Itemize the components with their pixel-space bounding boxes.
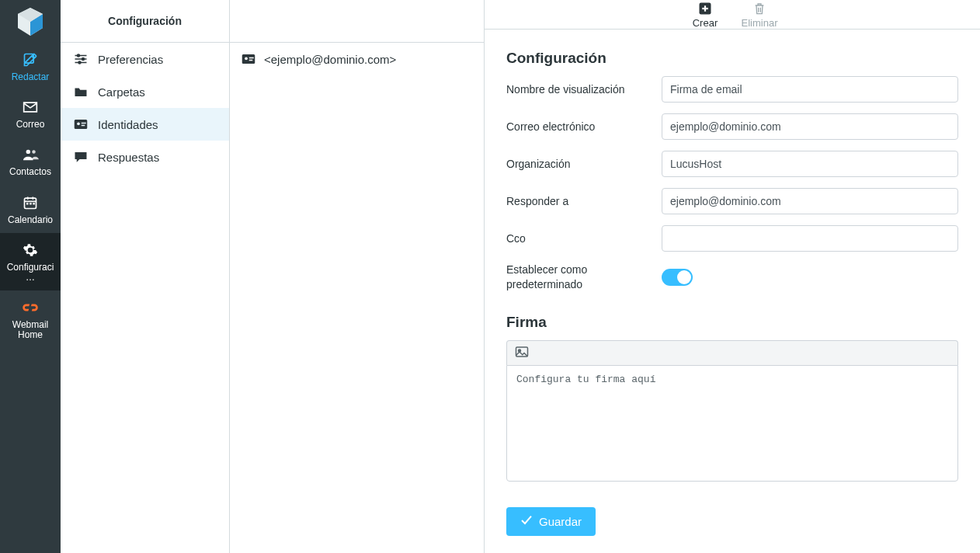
display-name-input[interactable] xyxy=(662,76,958,103)
display-name-label: Nombre de visualización xyxy=(506,82,662,97)
plus-square-icon xyxy=(698,0,712,17)
svg-rect-13 xyxy=(33,203,35,205)
nav-mail[interactable]: Correo xyxy=(0,90,61,137)
email-input[interactable] xyxy=(662,113,958,140)
section-responses-label: Respuestas xyxy=(98,151,159,164)
identity-item[interactable]: <ejemplo@dominio.com> xyxy=(230,43,484,75)
nav-calendar-label: Calendario xyxy=(8,215,53,225)
svg-point-17 xyxy=(82,58,85,61)
svg-point-25 xyxy=(245,57,248,60)
organization-input[interactable] xyxy=(662,151,958,177)
nav-contacts-label: Contactos xyxy=(9,167,51,177)
default-toggle[interactable] xyxy=(662,269,693,286)
main-sidebar: Redactar Correo Contactos xyxy=(0,0,61,553)
svg-rect-24 xyxy=(242,54,255,64)
section-preferences[interactable]: Preferencias xyxy=(61,43,229,75)
image-icon[interactable] xyxy=(515,346,529,360)
nav-compose[interactable]: Redactar xyxy=(0,43,61,90)
nav-settings-label: Configuraci… xyxy=(2,263,58,283)
identities-list: <ejemplo@dominio.com> xyxy=(230,0,485,553)
section-identities-label: Identidades xyxy=(98,118,158,131)
section-preferences-label: Preferencias xyxy=(98,53,163,66)
bcc-input[interactable] xyxy=(662,225,958,252)
reply-to-input[interactable] xyxy=(662,188,958,214)
svg-point-15 xyxy=(78,54,80,57)
save-button-label: Guardar xyxy=(539,515,582,528)
svg-point-19 xyxy=(78,61,81,64)
svg-rect-20 xyxy=(75,120,88,129)
svg-rect-12 xyxy=(30,203,32,205)
svg-rect-27 xyxy=(249,60,253,61)
reply-to-label: Responder a xyxy=(506,194,662,209)
content-toolbar: Crear Eliminar xyxy=(485,0,980,30)
nav-settings[interactable]: Configuraci… xyxy=(0,233,61,290)
svg-rect-23 xyxy=(82,125,85,127)
organization-label: Organización xyxy=(506,157,662,172)
mail-icon xyxy=(23,98,38,117)
nav-contacts[interactable]: Contactos xyxy=(0,137,61,185)
create-button[interactable]: Crear xyxy=(686,0,725,29)
section-heading-config: Configuración xyxy=(506,50,958,67)
contacts-icon xyxy=(22,145,39,164)
speech-bubble-icon xyxy=(73,151,89,163)
check-icon xyxy=(520,515,533,528)
email-label: Correo electrónico xyxy=(506,120,662,134)
compose-icon xyxy=(23,50,38,69)
trash-icon xyxy=(753,0,766,17)
section-identities[interactable]: Identidades xyxy=(61,108,229,141)
identity-form-panel: Crear Eliminar Configuración Nombre de v… xyxy=(485,0,980,553)
signature-toolbar xyxy=(506,340,958,365)
svg-rect-11 xyxy=(26,203,29,205)
toggle-knob xyxy=(677,270,691,284)
sliders-icon xyxy=(73,53,89,65)
svg-point-21 xyxy=(77,122,80,125)
nav-calendar[interactable]: Calendario xyxy=(0,186,61,233)
id-card-icon xyxy=(73,118,89,130)
nav-webmail-home[interactable]: WebmailHome xyxy=(0,290,61,348)
section-folders-label: Carpetas xyxy=(98,85,145,99)
id-card-icon xyxy=(241,54,256,64)
save-button[interactable]: Guardar xyxy=(506,507,596,536)
settings-sections: Configuración Preferencias Carpetas xyxy=(61,0,230,553)
section-folders[interactable]: Carpetas xyxy=(61,75,229,108)
svg-point-5 xyxy=(26,150,30,154)
delete-button: Eliminar xyxy=(740,0,779,29)
svg-rect-22 xyxy=(82,123,86,124)
section-responses[interactable]: Respuestas xyxy=(61,141,229,173)
delete-button-label: Eliminar xyxy=(742,17,778,29)
bcc-label: Cco xyxy=(506,231,662,246)
create-button-label: Crear xyxy=(693,17,718,29)
cpanel-icon xyxy=(22,298,39,317)
settings-title: Configuración xyxy=(61,0,229,43)
signature-textarea[interactable] xyxy=(506,365,958,482)
svg-rect-26 xyxy=(249,57,254,59)
nav-webmail-home-label: WebmailHome xyxy=(12,320,48,340)
section-heading-signature: Firma xyxy=(506,314,958,331)
folder-icon xyxy=(73,85,89,98)
nav-mail-label: Correo xyxy=(16,120,45,130)
default-label: Establecer como predetermina­do xyxy=(506,263,662,292)
identity-item-label: <ejemplo@dominio.com> xyxy=(264,53,396,66)
nav-compose-label: Redactar xyxy=(12,72,50,82)
identities-header xyxy=(230,0,484,43)
app-logo xyxy=(0,0,61,43)
svg-point-6 xyxy=(32,151,36,155)
calendar-icon xyxy=(23,193,38,212)
gear-icon xyxy=(23,241,38,259)
